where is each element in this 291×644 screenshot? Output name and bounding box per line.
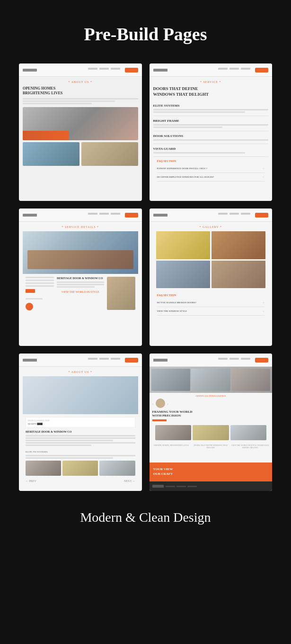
card-full-page[interactable]: ARTIFICIAL INTELLIGENCE ‹ › FRAMING YOUR… <box>150 354 273 491</box>
gallery-grid <box>156 231 266 288</box>
card-about-us[interactable]: * ABOUT US * OPENING HOMESBRIGHTENING LI… <box>19 63 142 201</box>
text-line <box>57 284 104 285</box>
text-line <box>153 152 246 154</box>
accent-line <box>152 419 167 421</box>
gallery-faq-item: VIEW THE WINDOW STYLE + <box>157 307 265 316</box>
prev-arrow: ← PREV <box>26 480 36 482</box>
hero-img-1 <box>151 369 191 391</box>
service-item-title: BRIGHT FRAME <box>153 119 269 123</box>
about-image-arch <box>23 142 79 166</box>
nav-items <box>218 68 268 73</box>
faq-question: VIEW THE WINDOW STYLE <box>157 310 187 312</box>
faq-section: FAQ SECTION PATIENT EXPERIENCE DOOR INST… <box>153 157 269 184</box>
text-line <box>26 444 91 446</box>
brand-logo <box>153 69 168 72</box>
company-name: HERITAGE DOOR & WINDOW CO <box>57 277 104 280</box>
view-world-label: VIEW THE WORLD IN STYLE <box>57 290 104 293</box>
nav-item <box>241 68 250 70</box>
cta-line-2: OUR CRAFT <box>153 472 173 476</box>
gallery-image-4 <box>212 261 265 289</box>
card-4-body: * GALLERY * FAQ SECTION DO YOU HANDLE BR… <box>150 222 273 322</box>
stats-block: PROJECT SATISFACTION QUALITY: ████ <box>26 417 135 427</box>
nav-item <box>88 358 97 360</box>
card-service[interactable]: * SERVICE * DOORS THAT DEFINEWINDOWS THA… <box>150 63 273 201</box>
page-title: Pre-Build Pages <box>84 24 207 45</box>
sidebar-button <box>26 289 35 293</box>
faq-question: PATIENT EXPERIENCE DOOR INSTALL ONLY ? <box>157 167 207 170</box>
text-line <box>153 111 246 113</box>
card-1-body: * ABOUT US * OPENING HOMESBRIGHTENING LI… <box>19 77 142 170</box>
caption-1: OPENING HOMES, BRIGHTENING LIVES <box>152 444 191 449</box>
footer-links <box>166 486 270 487</box>
about-2-lines <box>26 435 135 446</box>
hero-img-2 <box>191 369 230 391</box>
nav-item <box>99 68 109 70</box>
gallery-section-tag: * GALLERY * <box>153 226 269 228</box>
text-line <box>23 103 92 104</box>
text-line <box>57 281 104 283</box>
nav-cta-button <box>125 358 138 363</box>
about-2-image-trio <box>23 459 138 478</box>
nav-item <box>99 358 109 360</box>
card-3-header <box>19 209 142 222</box>
faq-item: DO OFFER EMPLOYEE WINDOWS FOR ALL BUILDS… <box>157 173 265 181</box>
trio-img-c <box>230 425 267 440</box>
about-text <box>23 98 138 104</box>
nav-cta-button <box>255 68 268 73</box>
nav-item <box>111 68 120 70</box>
card-6-header <box>150 354 273 367</box>
trio-img-b <box>193 425 229 440</box>
about-hero-image <box>23 107 138 140</box>
trio-image-2 <box>62 461 98 476</box>
hero-img-3 <box>231 369 271 391</box>
card-6-content: ARTIFICIAL INTELLIGENCE ‹ › FRAMING YOUR… <box>150 393 273 463</box>
brand-logo <box>23 359 37 362</box>
nav-item <box>229 213 239 215</box>
nav-item <box>111 213 120 215</box>
nav-cta-button <box>125 68 138 73</box>
preview-grid: * ABOUT US * OPENING HOMESBRIGHTENING LI… <box>0 63 291 491</box>
service-item-lines <box>153 109 269 113</box>
nav-item <box>241 213 250 215</box>
stat-val: QUALITY: ████ <box>28 423 43 425</box>
card-gallery[interactable]: * GALLERY * FAQ SECTION DO YOU HANDLE BR… <box>150 209 273 346</box>
nav-items <box>88 358 138 363</box>
footer-link <box>176 486 186 487</box>
service-details-main: HERITAGE DOOR & WINDOW CO VIEW THE WORLD… <box>57 277 104 310</box>
service-details-tag: * SERVICE DETAILS * <box>23 226 138 228</box>
service-item-title: ELITE SYSTEMS <box>153 104 269 108</box>
text-line <box>26 455 135 456</box>
ai-label: ARTIFICIAL INTELLIGENCE <box>152 395 270 397</box>
nav-items <box>218 213 268 218</box>
gallery-image-1 <box>156 231 210 259</box>
card-service-details[interactable]: * SERVICE DETAILS * HERITAGE DOOR & WIND… <box>19 209 142 346</box>
stats-values: QUALITY: ████ <box>28 423 133 425</box>
elite-systems-label: ELITE FW SYSTEMS: <box>23 449 138 455</box>
nav-item <box>88 68 97 70</box>
card-about-us-2[interactable]: * ABOUT US * PROJECT SATISFACTION QUALIT… <box>19 354 142 491</box>
about-images-row <box>23 142 138 166</box>
footer-link <box>166 486 175 487</box>
text-line <box>26 298 43 299</box>
service-item-elite: ELITE SYSTEMS <box>153 101 269 116</box>
text-line <box>26 435 135 436</box>
trio-image-3 <box>99 461 135 476</box>
prev-chevron: ‹ <box>152 401 154 406</box>
card-2-body: * SERVICE * DOORS THAT DEFINEWINDOWS THA… <box>150 77 273 188</box>
brand-logo <box>153 214 168 217</box>
nav-item <box>111 358 120 360</box>
text-line <box>26 440 113 441</box>
service-details-bottom: HERITAGE DOOR & WINDOW CO VIEW THE WORLD… <box>23 274 138 313</box>
nav-items <box>218 358 268 363</box>
nav-items <box>88 68 138 73</box>
faq-toggle-icon: + <box>262 175 265 179</box>
footer-link <box>187 486 197 487</box>
nav-item <box>229 358 239 360</box>
card-6-dark-footer <box>150 481 273 491</box>
brand-logo <box>23 69 37 72</box>
nav-cta-button <box>255 213 268 218</box>
service-item-door: DOOR SOLUTIONS <box>153 131 269 144</box>
faq-toggle-icon: + <box>262 300 265 305</box>
nav-item <box>218 358 228 360</box>
service-details-text <box>57 281 104 288</box>
